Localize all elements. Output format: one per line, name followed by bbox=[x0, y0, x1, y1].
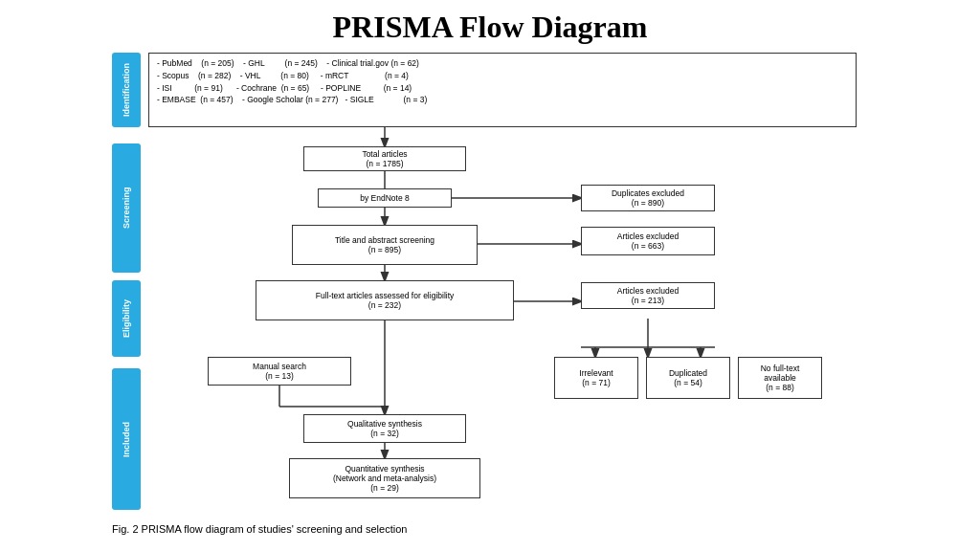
qualitative-box: Qualitative synthesis (n = 32) bbox=[303, 414, 466, 443]
endnote-label: by EndNote 8 bbox=[318, 188, 452, 208]
badge-included: Included bbox=[112, 368, 141, 510]
id-line2: - Scopus (n = 282) - VHL (n = 80) - mRCT… bbox=[157, 70, 848, 82]
no-full-text-box: No full-text available (n = 88) bbox=[738, 357, 822, 399]
id-line1: - PubMed (n = 205) - GHL (n = 245) - Cli… bbox=[157, 57, 848, 70]
title-abstract-box: Title and abstract screening (n = 895) bbox=[292, 225, 478, 265]
articles-excluded-663-box: Articles excluded (n = 663) bbox=[581, 227, 715, 255]
irrelevant-box: Irrelevant (n = 71) bbox=[554, 357, 638, 399]
badge-eligibility: Eligibility bbox=[112, 280, 141, 357]
caption: Fig. 2 PRISMA flow diagram of studies' s… bbox=[112, 523, 868, 535]
badge-screening: Screening bbox=[112, 143, 141, 273]
manual-search-box: Manual search (n = 13) bbox=[208, 357, 351, 386]
total-articles-box: Total articles (n = 1785) bbox=[303, 146, 466, 171]
duplicates-excluded-box: Duplicates excluded (n = 890) bbox=[581, 185, 715, 211]
page-title: PRISMA Flow Diagram bbox=[333, 10, 648, 45]
full-text-box: Full-text articles assessed for eligibil… bbox=[256, 280, 514, 320]
prisma-diagram: Identification Screening Eligibility Inc… bbox=[112, 53, 868, 521]
identification-sources-box: - PubMed (n = 205) - GHL (n = 245) - Cli… bbox=[148, 53, 857, 127]
page: PRISMA Flow Diagram bbox=[0, 0, 980, 551]
duplicated-box: Duplicated (n = 54) bbox=[646, 357, 730, 399]
badge-identification: Identification bbox=[112, 53, 141, 127]
articles-excluded-213-box: Articles excluded (n = 213) bbox=[581, 282, 715, 309]
quantitative-box: Quantitative synthesis (Network and meta… bbox=[289, 458, 480, 498]
id-line4: - EMBASE (n = 457) - Google Scholar (n =… bbox=[157, 94, 848, 106]
id-line3: - ISI (n = 91) - Cochrane (n = 65) - POP… bbox=[157, 82, 848, 95]
